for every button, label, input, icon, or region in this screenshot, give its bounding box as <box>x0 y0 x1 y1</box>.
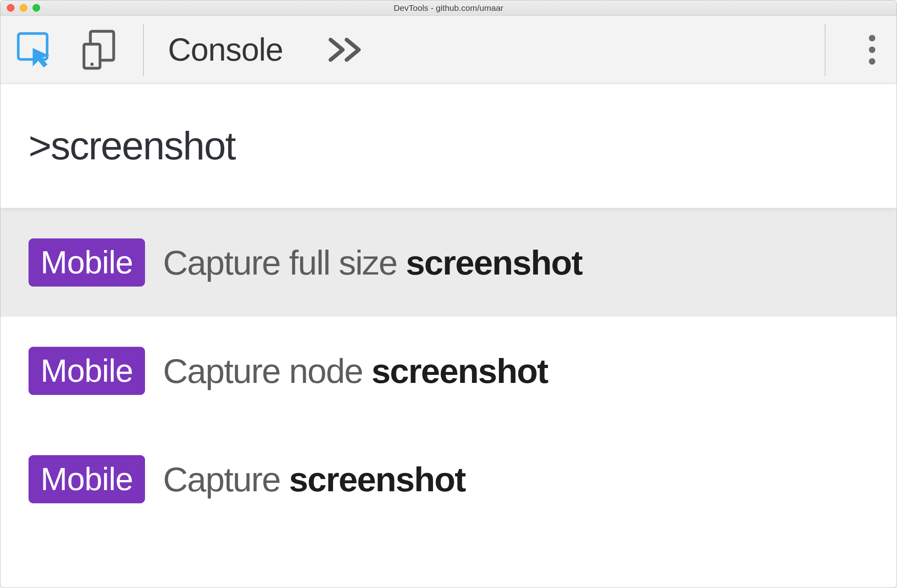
category-badge: Mobile <box>29 238 145 287</box>
traffic-lights <box>0 4 40 12</box>
minimize-button[interactable] <box>20 4 27 12</box>
devtools-toolbar: Console <box>0 16 897 84</box>
category-badge: Mobile <box>29 347 145 395</box>
more-options-icon[interactable] <box>862 31 883 69</box>
command-result-item[interactable]: Mobile Capture full size screenshot <box>0 208 897 317</box>
command-menu-input[interactable]: >screenshot <box>0 84 897 208</box>
svg-point-3 <box>90 63 94 66</box>
command-results: Mobile Capture full size screenshot Mobi… <box>0 208 897 533</box>
close-button[interactable] <box>7 4 14 12</box>
result-label: Capture full size screenshot <box>163 243 582 283</box>
maximize-button[interactable] <box>33 4 40 12</box>
result-label: Capture node screenshot <box>163 351 548 391</box>
more-tabs-icon[interactable] <box>327 36 364 64</box>
device-toolbar-icon[interactable] <box>79 30 119 70</box>
window-title: DevTools - github.com/umaar <box>394 3 503 13</box>
category-badge: Mobile <box>29 455 145 503</box>
toolbar-divider <box>143 24 144 76</box>
toolbar-right <box>801 24 883 76</box>
toolbar-left <box>14 30 119 70</box>
window-titlebar: DevTools - github.com/umaar <box>0 0 897 16</box>
command-result-item[interactable]: Mobile Capture node screenshot <box>0 317 897 425</box>
result-label: Capture screenshot <box>163 460 466 499</box>
devtools-window: DevTools - github.com/umaar Console <box>0 0 897 588</box>
command-result-item[interactable]: Mobile Capture screenshot <box>0 425 897 533</box>
inspect-element-icon[interactable] <box>14 30 55 70</box>
toolbar-divider-right <box>825 24 825 76</box>
tab-console[interactable]: Console <box>168 31 283 68</box>
command-input-text: >screenshot <box>29 123 235 169</box>
